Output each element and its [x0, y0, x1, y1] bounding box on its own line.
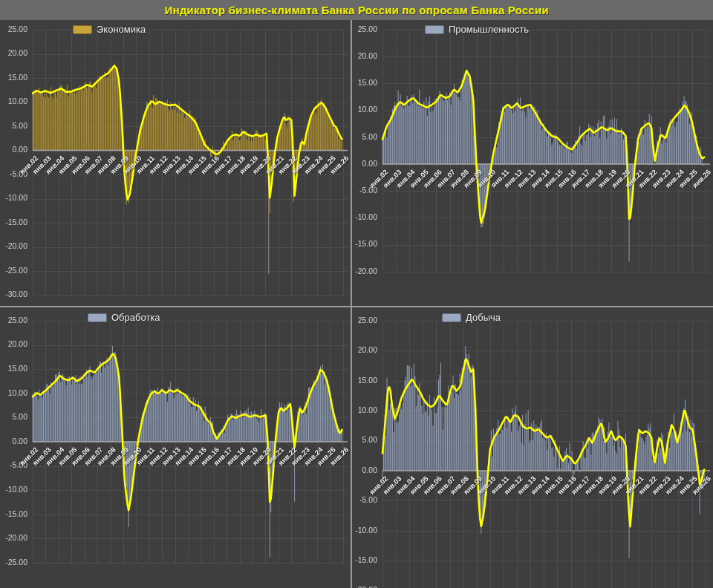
panel-divider-horizontal	[0, 306, 713, 307]
mining-legend: Добыча	[442, 312, 501, 323]
dashboard: Индикатор бизнес-климата Банка России по…	[0, 0, 713, 588]
chart-panel-economy: Экономика	[0, 20, 351, 307]
title-bar: Индикатор бизнес-климата Банка России по…	[0, 0, 713, 21]
page-title: Индикатор бизнес-климата Банка России по…	[164, 4, 548, 16]
manufacturing-legend: Обработка	[88, 312, 160, 323]
industry-legend-swatch	[425, 25, 444, 34]
chart-panel-manufacturing: Обработка	[0, 308, 351, 588]
industry-chart-canvas	[352, 20, 713, 307]
manufacturing-legend-label: Обработка	[111, 312, 160, 323]
mining-chart-canvas	[352, 308, 713, 588]
mining-legend-label: Добыча	[466, 312, 501, 323]
industry-legend-label: Промышленность	[449, 24, 529, 35]
economy-legend: Экономика	[73, 24, 146, 35]
industry-legend: Промышленность	[425, 24, 529, 35]
economy-legend-label: Экономика	[97, 24, 146, 35]
chart-panel-mining: Добыча	[352, 308, 713, 588]
manufacturing-legend-swatch	[88, 313, 107, 322]
panel-divider-vertical	[351, 20, 352, 588]
economy-chart-canvas	[0, 20, 351, 307]
chart-panel-industry: Промышленность	[352, 20, 713, 307]
economy-legend-swatch	[73, 25, 92, 34]
manufacturing-chart-canvas	[0, 308, 351, 588]
mining-legend-swatch	[442, 313, 461, 322]
